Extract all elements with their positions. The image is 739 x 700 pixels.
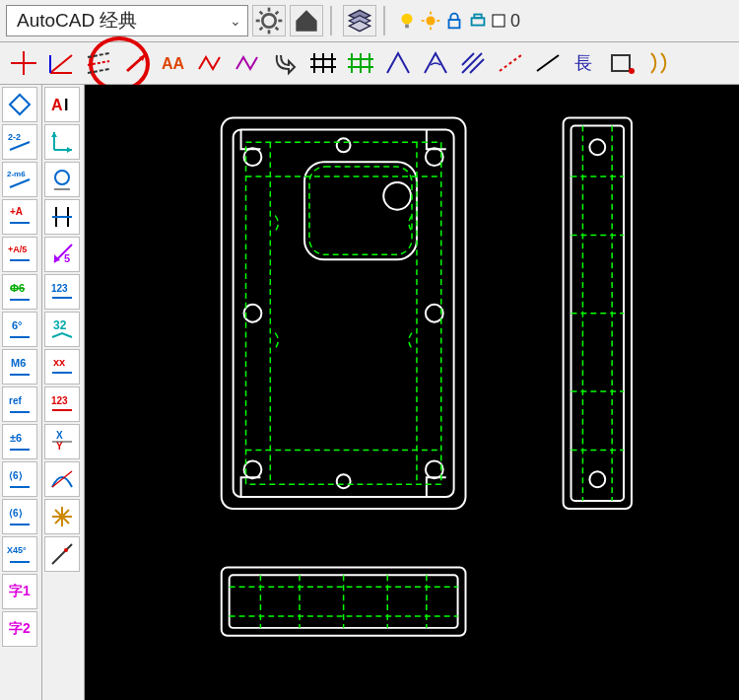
v1-X45[interactable]: X45°	[2, 536, 37, 572]
v2-123blue[interactable]: 123	[44, 274, 80, 310]
svg-rect-16	[449, 20, 460, 28]
svg-line-26	[88, 61, 109, 65]
tool-rect-dot[interactable]	[605, 46, 640, 80]
top-bar: AutoCAD 经典 ⌄ 0	[0, 0, 739, 42]
tool-arc-pair[interactable]	[642, 46, 678, 80]
svg-text:6°: 6°	[12, 319, 23, 331]
v2-arcblue[interactable]	[44, 461, 80, 497]
tool-zigzag-red[interactable]	[193, 46, 229, 80]
svg-text:xx: xx	[53, 356, 66, 368]
v1-phi6[interactable]: Φ6	[2, 274, 37, 310]
v2-star[interactable]	[44, 499, 80, 534]
v1-22up[interactable]: 2-2	[2, 124, 37, 160]
v1-M6[interactable]: M6	[2, 349, 37, 385]
svg-text:AA: AA	[162, 55, 185, 72]
svg-text:X45°: X45°	[7, 545, 27, 555]
svg-text:123: 123	[51, 283, 68, 294]
v1-plusminus6[interactable]: ±6	[2, 424, 37, 459]
workspace-select[interactable]: AutoCAD 经典 ⌄	[6, 5, 248, 36]
v2-123red[interactable]: 123	[44, 386, 80, 422]
v2-axes[interactable]	[44, 124, 80, 160]
v1-2m6[interactable]: 2-m6	[2, 162, 37, 197]
svg-line-98	[52, 471, 72, 487]
v2-Hbar[interactable]	[44, 199, 80, 235]
svg-point-125	[589, 139, 605, 155]
v1-6deg[interactable]: 6°	[2, 312, 37, 347]
svg-rect-122	[309, 167, 412, 254]
svg-line-5	[260, 12, 263, 15]
tool-length[interactable]: 長	[568, 46, 603, 80]
tool-angle2[interactable]	[418, 46, 453, 80]
v2-diag[interactable]	[44, 536, 80, 572]
v1-plusA[interactable]: +A	[2, 199, 37, 235]
svg-text:32: 32	[53, 318, 67, 332]
v1-text2[interactable]: 字2	[2, 611, 37, 647]
v2-arrow5[interactable]: 5	[44, 237, 80, 272]
v2-32cyan[interactable]: 32	[44, 312, 80, 347]
print-icon	[467, 10, 489, 32]
svg-line-53	[10, 179, 30, 187]
v2-xxred[interactable]: xx	[44, 349, 80, 385]
svg-line-45	[537, 55, 559, 71]
svg-text:⟨6⟩: ⟨6⟩	[9, 508, 23, 519]
svg-rect-10	[405, 25, 409, 29]
tool-zigzag-purple[interactable]	[231, 46, 266, 80]
tool-fence-green[interactable]	[343, 46, 378, 80]
drawing-canvas[interactable]	[85, 85, 739, 700]
tool-slope[interactable]	[118, 46, 154, 80]
tool-hook[interactable]	[268, 46, 303, 80]
layer-state-group[interactable]: 0	[396, 10, 520, 32]
tool-perp[interactable]	[43, 46, 79, 80]
svg-rect-107	[304, 162, 417, 259]
v2-XYblue[interactable]: XY	[44, 424, 80, 459]
tool-fence-black[interactable]	[305, 46, 341, 80]
tool-black-line[interactable]	[530, 46, 566, 80]
tool-red-dash[interactable]	[493, 46, 528, 80]
svg-point-11	[426, 16, 435, 25]
svg-point-126	[589, 471, 605, 487]
tool-aa[interactable]: AA	[156, 46, 191, 80]
tool-crosshair[interactable]	[6, 46, 41, 80]
svg-text:A: A	[51, 97, 63, 113]
svg-marker-79	[67, 147, 72, 153]
layer-name: 0	[508, 11, 520, 32]
svg-text:±6: ±6	[10, 432, 22, 444]
home-button[interactable]	[290, 5, 323, 36]
v1-angle6b[interactable]: ⟨6⟩	[2, 499, 37, 534]
svg-text:2-2: 2-2	[8, 132, 21, 142]
workspace-label: AutoCAD 经典	[17, 8, 137, 34]
chevron-down-icon: ⌄	[230, 13, 241, 29]
v1-ref[interactable]: ref	[2, 386, 37, 422]
svg-text:Φ6: Φ6	[10, 282, 25, 294]
dimension-toolbar: AA 長	[0, 42, 739, 85]
v1-diamond[interactable]	[2, 87, 37, 122]
svg-text:5: 5	[64, 252, 70, 264]
tool-hatch[interactable]	[455, 46, 491, 80]
svg-marker-49	[10, 95, 30, 114]
svg-text:X: X	[56, 430, 63, 441]
label: 字2	[9, 620, 31, 638]
svg-point-80	[55, 171, 69, 184]
v1-text1[interactable]: 字1	[2, 574, 37, 609]
v1-angle6a[interactable]: ⟨6⟩	[2, 461, 37, 497]
body: 2-2 2-m6 +A +A/5 Φ6 6° M6 ref ±6 ⟨6⟩ ⟨6⟩…	[0, 85, 739, 700]
v2-circle[interactable]	[44, 162, 80, 197]
v2-AI[interactable]: AI	[44, 87, 80, 122]
vertical-toolbar-1: 2-2 2-m6 +A +A/5 Φ6 6° M6 ref ±6 ⟨6⟩ ⟨6⟩…	[0, 85, 42, 700]
tool-dashed-lines[interactable]	[81, 46, 116, 80]
home-icon	[291, 5, 322, 36]
svg-rect-47	[612, 55, 630, 71]
svg-point-48	[629, 68, 635, 74]
svg-text:I: I	[64, 97, 68, 113]
svg-line-6	[276, 28, 279, 31]
svg-text:2-m6: 2-m6	[7, 170, 26, 178]
layer-manager-button[interactable]	[343, 5, 376, 36]
v1-A5[interactable]: +A/5	[2, 237, 37, 272]
workspace-settings-button[interactable]	[252, 5, 286, 36]
svg-point-9	[402, 14, 413, 25]
tool-angle1[interactable]	[380, 46, 416, 80]
svg-line-23	[50, 55, 72, 73]
svg-text:M6: M6	[11, 357, 26, 369]
svg-marker-78	[51, 132, 57, 137]
svg-text:123: 123	[51, 395, 68, 406]
